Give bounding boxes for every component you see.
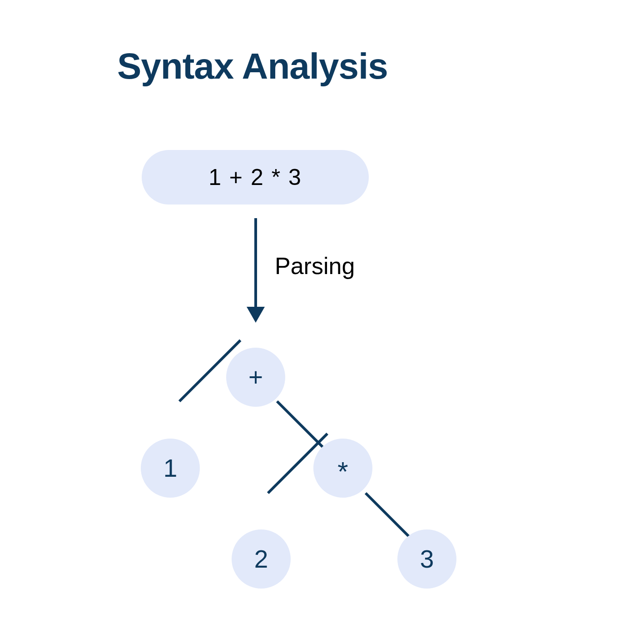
node-label: 1 [163,454,178,483]
tree-node-root: + [226,348,285,407]
tree-node-right2: 3 [397,529,456,589]
expression-pill: 1 + 2 * 3 [142,150,369,205]
node-label: + [248,363,263,392]
node-label: * [337,456,348,487]
parsing-arrow [247,218,265,323]
node-label: 3 [420,544,434,574]
tree-node-left2: 2 [232,529,291,589]
tree-node-left1: 1 [141,439,200,498]
diagram-title: Syntax Analysis [117,45,388,87]
arrow-label: Parsing [275,252,355,280]
node-label: 2 [254,544,268,574]
expression-text: 1 + 2 * 3 [208,164,302,190]
arrow-line [254,218,257,309]
arrow-head-icon [247,307,265,323]
tree-node-right1: * [313,439,372,498]
